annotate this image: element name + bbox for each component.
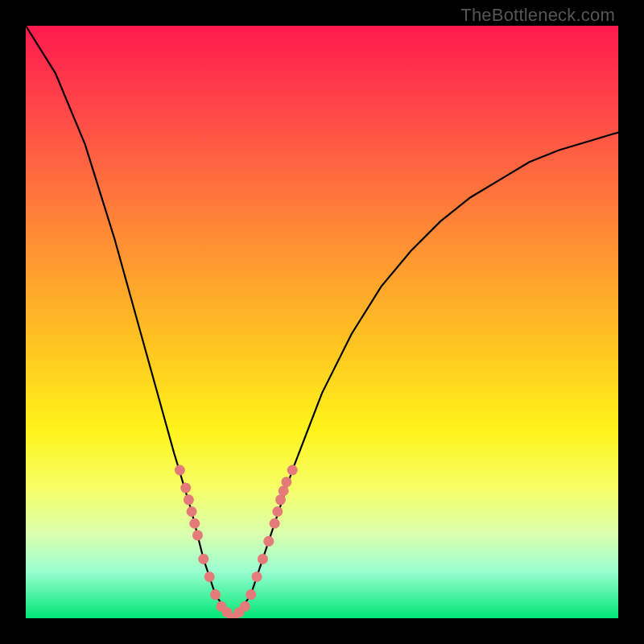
marker-point <box>198 554 208 564</box>
marker-point <box>287 465 298 476</box>
marker-point <box>270 518 280 529</box>
marker-point <box>210 589 221 600</box>
marker-point <box>184 494 194 505</box>
curve-svg <box>26 26 618 618</box>
marker-point <box>246 589 256 600</box>
plot-area <box>26 26 618 618</box>
marker-point <box>187 506 197 517</box>
marker-point <box>275 494 286 505</box>
watermark-text: TheBottleneck.com <box>460 5 615 26</box>
marker-point <box>272 506 283 517</box>
marker-point <box>258 554 268 564</box>
marker-group <box>175 465 298 619</box>
marker-point <box>281 477 291 487</box>
marker-point <box>180 483 191 493</box>
marker-point <box>263 536 274 547</box>
marker-point <box>192 530 203 540</box>
marker-point <box>175 465 185 476</box>
marker-point <box>240 601 250 612</box>
marker-point <box>252 572 262 582</box>
bottleneck-curve <box>26 26 618 618</box>
chart-canvas: TheBottleneck.com <box>0 0 644 644</box>
marker-point <box>204 572 215 582</box>
marker-point <box>189 518 200 529</box>
marker-point <box>279 485 289 496</box>
